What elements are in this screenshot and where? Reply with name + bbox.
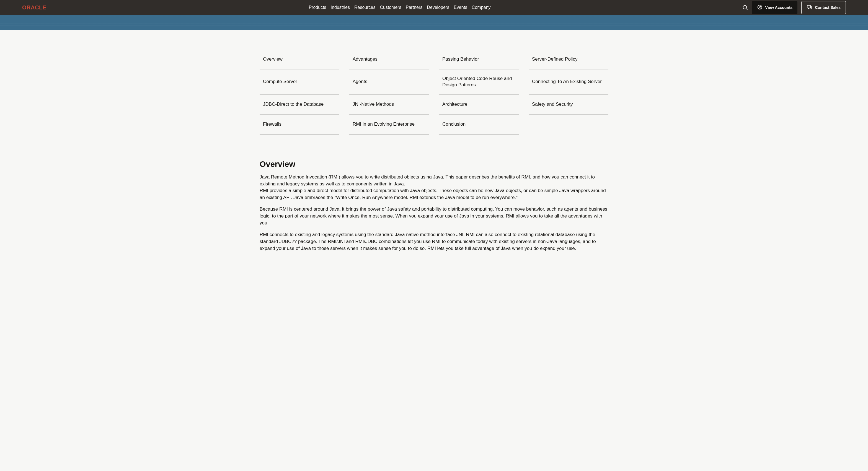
header-actions: View Accounts Contact Sales bbox=[742, 1, 846, 14]
toc-jni-native[interactable]: JNI-Native Methods bbox=[349, 95, 429, 115]
hero-band bbox=[0, 15, 868, 30]
toc-oo-code-reuse[interactable]: Object Oriented Code Reuse and Design Pa… bbox=[439, 69, 519, 95]
toc-jdbc-direct[interactable]: JDBC-Direct to the Database bbox=[259, 95, 339, 115]
account-icon bbox=[757, 4, 763, 11]
overview-paragraph-1: Java Remote Method Invocation (RMI) allo… bbox=[259, 174, 609, 187]
svg-rect-4 bbox=[807, 5, 811, 8]
nav-resources[interactable]: Resources bbox=[354, 3, 375, 12]
toc-conclusion[interactable]: Conclusion bbox=[439, 115, 519, 135]
toc-server-defined-policy[interactable]: Server-Defined Policy bbox=[529, 50, 609, 69]
overview-paragraph-3: Because RMI is centered around Java, it … bbox=[259, 206, 609, 226]
svg-point-0 bbox=[743, 5, 746, 9]
site-header: ORACLE Products Industries Resources Cus… bbox=[0, 0, 868, 15]
toc-architecture[interactable]: Architecture bbox=[439, 95, 519, 115]
table-of-contents: Overview Advantages Passing Behavior Ser… bbox=[259, 30, 609, 146]
nav-events[interactable]: Events bbox=[454, 3, 467, 12]
toc-overview[interactable]: Overview bbox=[259, 50, 339, 69]
nav-products[interactable]: Products bbox=[309, 3, 326, 12]
view-accounts-label: View Accounts bbox=[765, 5, 793, 10]
toc-compute-server[interactable]: Compute Server bbox=[259, 69, 339, 95]
oracle-logo[interactable]: ORACLE bbox=[22, 4, 46, 11]
nav-company[interactable]: Company bbox=[472, 3, 491, 12]
contact-sales-label: Contact Sales bbox=[815, 5, 841, 10]
primary-nav: Products Industries Resources Customers … bbox=[57, 3, 742, 12]
view-accounts-button[interactable]: View Accounts bbox=[752, 1, 798, 14]
toc-safety-security[interactable]: Safety and Security bbox=[529, 95, 609, 115]
svg-line-1 bbox=[746, 8, 747, 10]
svg-point-3 bbox=[759, 6, 760, 7]
section-heading-overview: Overview bbox=[259, 160, 609, 169]
contact-sales-button[interactable]: Contact Sales bbox=[801, 1, 846, 14]
overview-paragraph-4: RMI connects to existing and legacy syst… bbox=[259, 231, 609, 252]
toc-agents[interactable]: Agents bbox=[349, 69, 429, 95]
overview-paragraph-2: RMI provides a simple and direct model f… bbox=[259, 187, 609, 201]
search-icon[interactable] bbox=[742, 4, 748, 10]
toc-rmi-evolving[interactable]: RMI in an Evolving Enterprise bbox=[349, 115, 429, 135]
toc-connecting-existing-server[interactable]: Connecting To An Existing Server bbox=[529, 69, 609, 95]
nav-developers[interactable]: Developers bbox=[427, 3, 449, 12]
nav-partners[interactable]: Partners bbox=[406, 3, 423, 12]
nav-industries[interactable]: Industries bbox=[331, 3, 350, 12]
nav-customers[interactable]: Customers bbox=[380, 3, 401, 12]
article-body: Overview Java Remote Method Invocation (… bbox=[259, 146, 609, 252]
chat-icon bbox=[807, 4, 812, 11]
toc-passing-behavior[interactable]: Passing Behavior bbox=[439, 50, 519, 69]
toc-advantages[interactable]: Advantages bbox=[349, 50, 429, 69]
toc-firewalls[interactable]: Firewalls bbox=[259, 115, 339, 135]
